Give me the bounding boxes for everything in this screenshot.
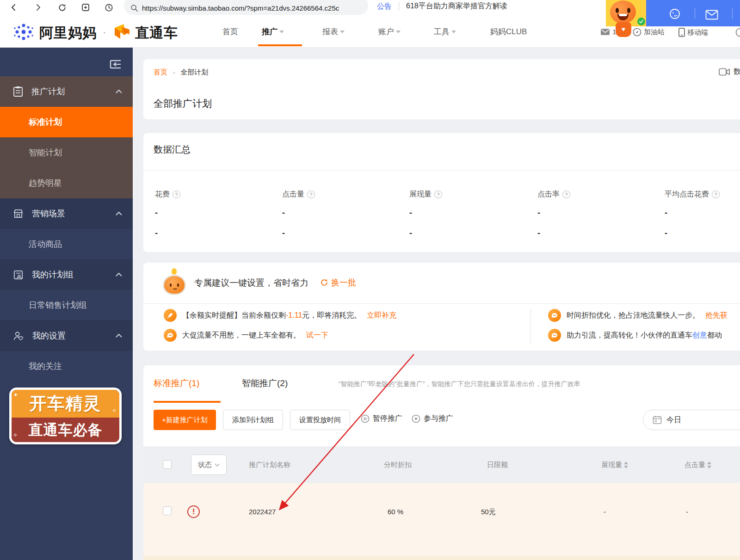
breadcrumb-chevron-icon: › xyxy=(173,69,175,76)
tab-smart-promotion[interactable]: 智能推广(2) xyxy=(242,377,288,389)
add-to-group-button[interactable]: 添加到计划组 xyxy=(223,410,283,430)
fuel-station-link[interactable]: 加油站 xyxy=(633,28,665,37)
breadcrumb-home[interactable]: 首页 xyxy=(154,68,167,77)
creative-link[interactable]: 创意 xyxy=(692,331,707,339)
question-icon[interactable]: ? xyxy=(562,191,570,198)
nav-active-underline xyxy=(258,44,302,46)
sidebar-group-my-plan-groups[interactable]: 我的计划组 xyxy=(0,259,133,290)
chevron-down-icon xyxy=(215,463,220,467)
breadcrumb-current: 全部计划 xyxy=(180,68,208,77)
nav-mama-club[interactable]: 妈妈CLUB xyxy=(490,26,527,37)
video-camera-icon xyxy=(719,68,730,76)
question-icon[interactable]: ? xyxy=(307,191,315,198)
sidebar-item-trend-star[interactable]: 趋势明星 xyxy=(0,168,133,198)
select-all-checkbox[interactable] xyxy=(163,460,172,469)
metric-value: - xyxy=(537,208,540,218)
question-icon[interactable]: ? xyxy=(434,191,442,198)
question-icon[interactable]: ? xyxy=(712,191,720,198)
tab-standard-promotion[interactable]: 标准推广(1) xyxy=(154,377,199,389)
promo-badge[interactable]: 开车精灵 直通车必备 ✦ ✧ ✧ xyxy=(9,388,122,444)
sidebar-item-standard-plan[interactable]: 标准计划 xyxy=(0,107,133,137)
chevron-down-icon xyxy=(396,31,401,33)
cell-time-discount: 60 % xyxy=(388,508,403,516)
col-daily-limit: 日限额 xyxy=(487,461,508,469)
nav-account[interactable]: 账户 xyxy=(378,26,401,37)
back-icon[interactable] xyxy=(7,1,20,14)
refresh-icon xyxy=(320,278,328,287)
sidebar-group-marketing-scenes[interactable]: 营销场景 xyxy=(0,198,133,229)
sidebar-item-smart-plan[interactable]: 智能计划 xyxy=(0,137,133,168)
announcement-text[interactable]: 618平台助力商家举措官方解读 xyxy=(406,1,507,11)
url-bar[interactable]: https://subway.simba.taobao.com/?spm=a21… xyxy=(124,0,368,15)
col-clicks[interactable]: 点击量 xyxy=(684,461,711,469)
sidebar-group-promo-plans[interactable]: 推广计划 xyxy=(0,76,133,107)
sort-icon[interactable] xyxy=(624,462,628,468)
metric-value: - xyxy=(665,208,667,218)
metric-value: - xyxy=(155,208,158,218)
metric-clicks: 点击量? xyxy=(282,190,315,199)
support-icon[interactable] xyxy=(668,7,681,20)
table-row[interactable]: ! 2022427 60 % 50元 - - xyxy=(143,483,740,556)
chevron-down-icon xyxy=(279,31,284,33)
clipboard-icon xyxy=(13,86,23,97)
date-filter[interactable]: 今日 xyxy=(643,410,740,430)
pause-promotion-button[interactable]: 暂停推广 xyxy=(361,414,402,424)
search-icon xyxy=(130,4,138,12)
balance-amount: -1.11 xyxy=(286,311,302,319)
nav-tools[interactable]: 工具 xyxy=(434,26,456,37)
sidebar-item-daily-sales-group[interactable]: 日常销售计划组 xyxy=(0,290,133,320)
online-check-icon xyxy=(637,18,645,25)
chevron-up-icon xyxy=(115,333,123,338)
join-promotion-button[interactable]: 参与推广 xyxy=(412,414,453,424)
cell-impressions: - xyxy=(604,508,606,516)
nav-home[interactable]: 首页 xyxy=(222,26,238,37)
mail-panel-icon[interactable] xyxy=(705,8,718,21)
refresh-batch-button[interactable]: 换一批 xyxy=(320,277,356,288)
recharge-link[interactable]: 立即补充 xyxy=(367,311,396,320)
nav-reports[interactable]: 报表 xyxy=(322,26,345,37)
metric-value: - xyxy=(665,228,667,238)
divider xyxy=(399,2,399,11)
announcement-label[interactable]: 公告 xyxy=(377,2,392,12)
notice-traffic: 大促流量不用愁，一键上车全都有。 试一下 xyxy=(164,329,328,342)
data-video-link[interactable]: 数 xyxy=(719,67,740,77)
mascot-avatar[interactable]: ♥ xyxy=(606,0,646,26)
history-icon[interactable] xyxy=(102,1,115,14)
sparkle-icon: ✦ xyxy=(13,392,18,398)
new-plan-button[interactable]: +新建推广计划 xyxy=(154,410,216,430)
url-text: https://subway.simba.taobao.com/?spm=a21… xyxy=(142,4,339,12)
sort-icon[interactable] xyxy=(707,462,711,468)
try-link[interactable]: 试一下 xyxy=(306,331,328,340)
sidebar: 推广计划 标准计划 智能计划 趋势明星 营销场景 活动商品 我的计划组 xyxy=(0,48,133,560)
suggestion-card: 专属建议一键设置，省时省力 换一批 【余额实时提醒】当前余额仅剩-1.11元，即… xyxy=(143,263,740,351)
cell-plan-name[interactable]: 2022427 xyxy=(249,508,276,516)
sidebar-item-activity-products[interactable]: 活动商品 xyxy=(0,229,133,259)
col-impressions[interactable]: 展现量 xyxy=(601,461,628,469)
metric-value: - xyxy=(282,228,285,238)
forward-icon[interactable] xyxy=(31,1,44,14)
divider xyxy=(695,8,695,19)
new-tab-icon[interactable] xyxy=(79,1,92,14)
question-icon[interactable]: ? xyxy=(173,191,180,198)
summary-title: 数据汇总 xyxy=(154,143,191,156)
notice-creative: 助力引流，提高转化！小伙伴的直通车创意都动 xyxy=(548,329,740,342)
pause-circle-icon xyxy=(361,414,370,423)
robot-icon xyxy=(162,270,187,295)
grab-link[interactable]: 抢先获 xyxy=(705,311,728,320)
status-filter-dropdown[interactable]: 状态 xyxy=(191,455,227,475)
warning-icon[interactable]: ! xyxy=(187,505,200,518)
set-schedule-button[interactable]: 设置投放时间 xyxy=(290,410,350,430)
metric-value: - xyxy=(409,208,412,218)
chevron-down-icon xyxy=(340,31,345,33)
promo-badge-line1: 开车精灵 xyxy=(12,390,119,418)
mobile-link[interactable]: 移动端 xyxy=(678,28,708,37)
chevron-up-icon xyxy=(115,272,123,277)
collapse-sidebar-icon[interactable] xyxy=(109,59,123,70)
tab-active-underline xyxy=(154,401,221,403)
sidebar-item-my-follows[interactable]: 我的关注 xyxy=(0,351,133,382)
row-checkbox[interactable] xyxy=(163,506,172,515)
nav-promotion[interactable]: 推广 xyxy=(262,26,284,37)
reload-icon[interactable] xyxy=(56,1,68,14)
chevron-down-icon xyxy=(451,31,456,33)
sidebar-group-my-settings[interactable]: 我的设置 xyxy=(0,320,133,351)
